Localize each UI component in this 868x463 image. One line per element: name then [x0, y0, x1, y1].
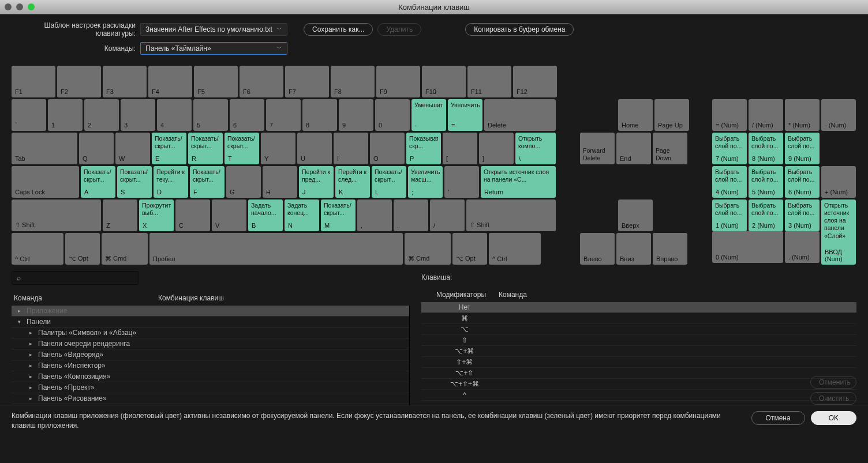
key-o[interactable]: O — [370, 133, 405, 164]
key-num-0[interactable]: 0 (Num) — [712, 231, 783, 263]
key-backtick[interactable]: ` — [12, 99, 46, 131]
key-right[interactable]: Вправо — [653, 233, 687, 265]
key-c[interactable]: C — [175, 199, 210, 231]
key-num-2[interactable]: Выбрать слой по...2 (Num) — [749, 199, 783, 231]
key-f9[interactable]: F9 — [376, 66, 420, 97]
save-as-button[interactable]: Сохранить как... — [304, 23, 373, 36]
key-end[interactable]: End — [616, 133, 651, 164]
key-t[interactable]: Показать/скрыт...T — [225, 133, 259, 164]
key-i[interactable]: I — [334, 133, 368, 164]
key-s[interactable]: Показать/скрыт...S — [117, 166, 152, 198]
key-ctrl-left[interactable]: ^ Ctrl — [12, 233, 63, 265]
key-opt-left[interactable]: ⌥ Opt — [65, 233, 100, 265]
key-3[interactable]: 3 — [121, 99, 155, 131]
key-f10[interactable]: F10 — [422, 66, 466, 97]
key-5[interactable]: 5 — [193, 99, 228, 131]
close-icon[interactable] — [5, 3, 12, 10]
key-semicolon[interactable]: Увеличить масш...; — [408, 166, 443, 198]
key-h[interactable]: H — [263, 166, 297, 198]
key-0[interactable]: 0 — [375, 99, 410, 131]
tree-row[interactable]: ▸Панели очереди рендеринга — [12, 338, 409, 349]
ok-button[interactable]: OK — [811, 411, 856, 425]
key-4[interactable]: 4 — [157, 99, 192, 131]
key-minus[interactable]: Уменьшить- — [411, 99, 446, 131]
key-m[interactable]: Показать/скрыт...M — [321, 199, 356, 231]
key-num-3[interactable]: Выбрать слой по...3 (Num) — [785, 199, 820, 231]
key-num-enter[interactable]: Открыть источник слоя на панели «Слой»ВВ… — [821, 199, 856, 265]
key-cmd-left[interactable]: ⌘ Cmd — [102, 233, 148, 265]
key-f2[interactable]: F2 — [57, 66, 101, 97]
command-tree[interactable]: ▸Приложение▾Панели▸Палитры «Символ» и «А… — [12, 306, 410, 405]
key-num-9[interactable]: Выбрать слой по...9 (Num) — [785, 133, 820, 164]
key-q[interactable]: Q — [79, 133, 114, 164]
tree-row[interactable]: ▸Палитры «Символ» и «Абзац» — [12, 328, 409, 338]
key-pagedown[interactable]: Page Down — [653, 133, 687, 164]
key-f6[interactable]: F6 — [240, 66, 283, 97]
key-home[interactable]: Home — [618, 99, 653, 131]
modifier-row[interactable]: ⌥+⇧ — [421, 368, 856, 379]
key-f5[interactable]: F5 — [194, 66, 238, 97]
zoom-icon[interactable] — [28, 3, 35, 10]
modifier-row[interactable]: ⇧ — [421, 335, 856, 346]
key-a[interactable]: Показать/скрыт...A — [81, 166, 115, 198]
key-num-dec[interactable]: . (Num) — [785, 231, 820, 263]
modifier-row[interactable]: ⇧+⌘ — [421, 357, 856, 368]
modifier-list[interactable]: Нет⌘⌥⇧⌥+⌘⇧+⌘⌥+⇧⌥+⇧+⌘^ — [421, 302, 856, 405]
minimize-icon[interactable] — [16, 3, 23, 10]
key-u[interactable]: U — [297, 133, 332, 164]
key-8[interactable]: 8 — [302, 99, 337, 131]
key-f4[interactable]: F4 — [148, 66, 192, 97]
key-9[interactable]: 9 — [339, 99, 373, 131]
key-r[interactable]: Показать/скрыт...R — [188, 133, 223, 164]
key-period[interactable]: . — [394, 199, 428, 231]
key-f7[interactable]: F7 — [285, 66, 329, 97]
modifier-row[interactable]: ⌘ — [421, 313, 856, 324]
tree-row[interactable]: ▸Панель «Рисование» — [12, 393, 409, 404]
key-num-add[interactable]: + (Num) — [821, 166, 856, 198]
modifier-row[interactable]: ⌥+⇧+⌘ — [421, 379, 856, 390]
key-shift-right[interactable]: ⇧ Shift — [466, 199, 556, 231]
key-k[interactable]: Перейти к след...K — [335, 166, 370, 198]
key-n[interactable]: Задать конец...N — [285, 199, 319, 231]
key-g[interactable]: G — [226, 166, 261, 198]
key-up[interactable]: Вверх — [618, 199, 653, 231]
key-num-8[interactable]: Выбрать слой по...8 (Num) — [749, 133, 783, 164]
key-l[interactable]: Показать/скрыт...L — [372, 166, 406, 198]
modifier-row[interactable]: ⌥+⌘ — [421, 346, 856, 357]
key-comma[interactable]: , — [357, 199, 392, 231]
key-num-5[interactable]: Выбрать слой по...5 (Num) — [749, 166, 783, 198]
key-v[interactable]: V — [212, 199, 246, 231]
tree-row[interactable]: ▸Панель «Композиция» — [12, 371, 409, 382]
key-equals[interactable]: Увеличить= — [448, 99, 482, 131]
key-slash[interactable]: / — [430, 199, 465, 231]
key-tab[interactable]: Tab — [12, 133, 77, 164]
key-space[interactable]: Пробел — [149, 233, 403, 265]
key-p[interactable]: Показывать/скр...P — [406, 133, 441, 164]
key-num-7[interactable]: Выбрать слой по...7 (Num) — [712, 133, 747, 164]
key-num-mul[interactable]: * (Num) — [785, 99, 820, 131]
preset-dropdown[interactable]: Значения After Effects по умолчанию.txt … — [140, 23, 287, 36]
key-shift-left[interactable]: ⇧ Shift — [12, 199, 101, 231]
key-d[interactable]: Перейти к теку...D — [154, 166, 188, 198]
key-1[interactable]: 1 — [48, 99, 83, 131]
tree-row[interactable]: ▸Приложение — [12, 306, 409, 317]
key-b[interactable]: Задать начало...B — [248, 199, 283, 231]
tree-row[interactable]: ▸Панель «Инспектор» — [12, 360, 409, 371]
copy-button[interactable]: Копировать в буфер обмена — [465, 23, 574, 36]
key-return[interactable]: Открыть источник слоя на панели «С...Ret… — [481, 166, 556, 198]
key-lbracket[interactable]: [ — [443, 133, 477, 164]
key-z[interactable]: Z — [103, 199, 137, 231]
modifier-row[interactable]: ^ — [421, 390, 856, 401]
key-7[interactable]: 7 — [266, 99, 301, 131]
key-quote[interactable]: ' — [444, 166, 479, 198]
key-pageup[interactable]: Page Up — [654, 99, 689, 131]
key-j[interactable]: Перейти к пред...J — [299, 166, 334, 198]
tree-row[interactable]: ▸Панель «Проект» — [12, 382, 409, 393]
key-f[interactable]: Показать/скрыт...F — [190, 166, 225, 198]
key-f3[interactable]: F3 — [103, 66, 147, 97]
key-rbracket[interactable]: ] — [479, 133, 514, 164]
commands-dropdown[interactable]: Панель «Таймлайн» ﹀ — [140, 42, 287, 55]
key-down[interactable]: Вниз — [616, 233, 651, 265]
key-ctrl-right[interactable]: ^ Ctrl — [489, 233, 541, 265]
key-2[interactable]: 2 — [84, 99, 119, 131]
